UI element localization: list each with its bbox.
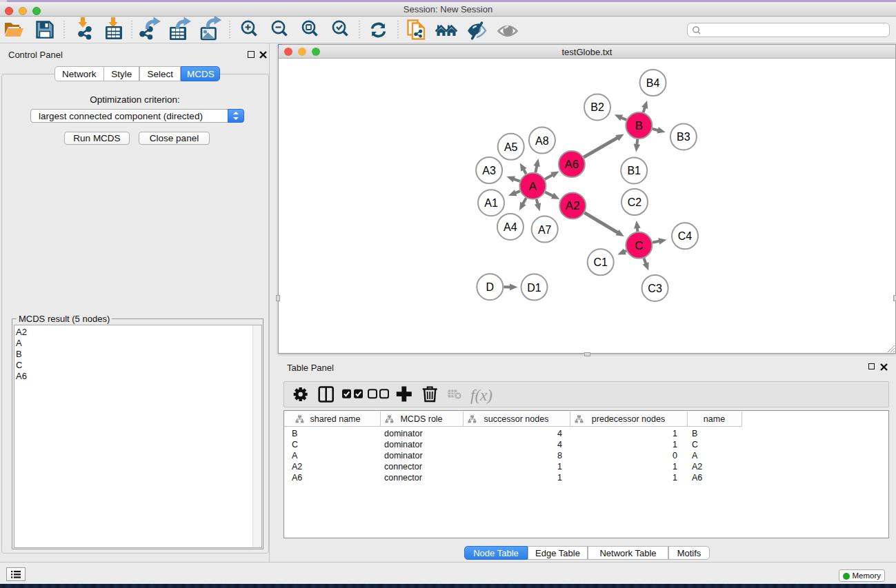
svg-text:A6: A6 — [565, 158, 579, 171]
svg-text:B: B — [635, 119, 643, 132]
svg-text:C1: C1 — [593, 256, 608, 268]
svg-text:A5: A5 — [504, 141, 518, 153]
svg-text:A2: A2 — [566, 199, 580, 212]
svg-text:C: C — [635, 239, 643, 252]
svg-text:A: A — [529, 180, 537, 193]
svg-text:A4: A4 — [504, 221, 517, 233]
svg-text:B1: B1 — [627, 165, 641, 176]
svg-text:B2: B2 — [590, 101, 604, 113]
svg-text:f(x): f(x) — [470, 387, 492, 404]
svg-text:C3: C3 — [648, 283, 662, 294]
svg-text:D1: D1 — [527, 282, 541, 294]
svg-text:C4: C4 — [678, 230, 693, 242]
svg-text:A8: A8 — [535, 135, 549, 147]
svg-text:B4: B4 — [646, 77, 660, 89]
svg-text:D: D — [486, 281, 495, 293]
svg-text:A3: A3 — [482, 165, 496, 176]
svg-text:A1: A1 — [484, 197, 498, 209]
svg-text:C2: C2 — [628, 196, 642, 208]
svg-text:B3: B3 — [677, 131, 690, 143]
svg-text:A7: A7 — [538, 224, 552, 236]
